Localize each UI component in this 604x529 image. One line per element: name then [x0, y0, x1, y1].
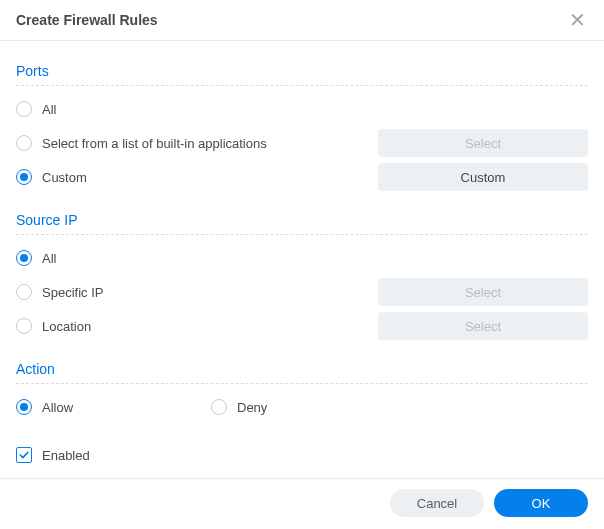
- radio-source-location[interactable]: [16, 318, 32, 334]
- ports-row-apps: Select from a list of built-in applicati…: [16, 126, 588, 160]
- ports-row-all: All: [16, 92, 588, 126]
- ports-custom-button[interactable]: Custom: [378, 163, 588, 191]
- dialog-footer: Cancel OK: [0, 478, 604, 529]
- source-row-location: Location Select: [16, 309, 588, 343]
- ok-button[interactable]: OK: [494, 489, 588, 517]
- dialog-title: Create Firewall Rules: [16, 12, 158, 28]
- label-ports-custom: Custom: [42, 170, 87, 185]
- radio-source-specific[interactable]: [16, 284, 32, 300]
- radio-action-allow[interactable]: [16, 399, 32, 415]
- checkbox-enabled[interactable]: [16, 447, 32, 463]
- source-row-specific: Specific IP Select: [16, 275, 588, 309]
- label-ports-all: All: [42, 102, 56, 117]
- label-action-allow: Allow: [42, 400, 73, 415]
- ports-apps-select-button[interactable]: Select: [378, 129, 588, 157]
- label-ports-apps: Select from a list of built-in applicati…: [42, 136, 267, 151]
- source-location-select-button[interactable]: Select: [378, 312, 588, 340]
- enabled-row: Enabled: [16, 438, 588, 472]
- action-row: Allow Deny: [16, 390, 588, 424]
- label-source-specific: Specific IP: [42, 285, 103, 300]
- source-specific-select-button[interactable]: Select: [378, 278, 588, 306]
- check-icon: [18, 449, 30, 461]
- label-source-all: All: [42, 251, 56, 266]
- label-source-location: Location: [42, 319, 91, 334]
- cancel-button[interactable]: Cancel: [390, 489, 484, 517]
- radio-source-all[interactable]: [16, 250, 32, 266]
- radio-ports-all[interactable]: [16, 101, 32, 117]
- close-icon[interactable]: ✕: [567, 10, 588, 30]
- ports-row-custom: Custom Custom: [16, 160, 588, 194]
- label-action-deny: Deny: [237, 400, 267, 415]
- label-enabled: Enabled: [42, 448, 90, 463]
- dialog-header: Create Firewall Rules ✕: [0, 0, 604, 41]
- section-heading-source-ip: Source IP: [16, 202, 588, 235]
- source-row-all: All: [16, 241, 588, 275]
- section-heading-ports: Ports: [16, 53, 588, 86]
- radio-action-deny[interactable]: [211, 399, 227, 415]
- radio-ports-apps[interactable]: [16, 135, 32, 151]
- dialog-content: Ports All Select from a list of built-in…: [0, 41, 604, 478]
- radio-ports-custom[interactable]: [16, 169, 32, 185]
- section-heading-action: Action: [16, 351, 588, 384]
